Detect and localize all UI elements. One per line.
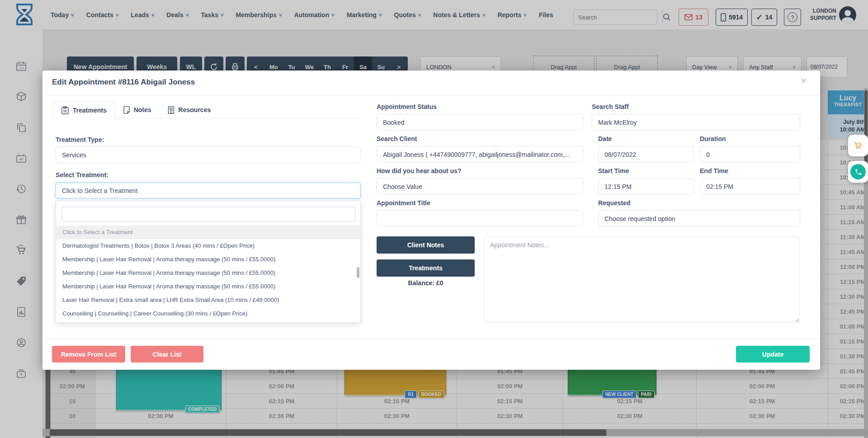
search-staff-input[interactable]: Mark McElroy	[592, 114, 800, 131]
tab-label: Treatments	[73, 107, 107, 114]
app-canvas: Today∨ Contacts∨ Leads∨ Deals∨ Tasks∨ Me…	[0, 0, 868, 438]
footer-divider	[42, 339, 820, 339]
note-icon	[123, 106, 130, 114]
phone-icon	[850, 164, 866, 179]
date-label: Date	[598, 135, 612, 142]
dropdown-scrollbar-thumb[interactable]	[357, 267, 359, 278]
clipboard-icon	[61, 106, 69, 114]
start-time-input[interactable]: 12:15 PM	[598, 178, 694, 195]
appointment-status-select[interactable]: Booked	[377, 114, 583, 131]
dropdown-search-input[interactable]	[62, 207, 355, 221]
hear-about-select[interactable]: Choose Value	[377, 178, 583, 195]
cart-icon	[853, 140, 863, 151]
remove-from-list-button[interactable]: Remove From List	[52, 346, 125, 363]
close-icon[interactable]: ×	[801, 76, 807, 86]
modal-title: Edit Appointment #8116 Abigail Joness	[52, 78, 195, 87]
treatment-option[interactable]: Membership | Laser Hair Removal | Aroma …	[56, 280, 360, 293]
treatment-options-list: Click to Select a TreatmentDermatologist…	[56, 226, 360, 320]
tab-treatments[interactable]: Treatments	[53, 102, 115, 119]
treatment-option[interactable]: Membership | Laser Hair Removal | Aroma …	[56, 266, 360, 280]
tab-label: Notes	[134, 106, 151, 113]
tab-notes[interactable]: Notes	[115, 101, 160, 118]
phone-widget[interactable]	[848, 161, 868, 183]
balance-text: Balance: £0	[377, 279, 475, 287]
header-divider	[42, 95, 820, 95]
treatment-option[interactable]: Laser Hair Removal | Extra small area | …	[56, 293, 360, 307]
duration-input[interactable]: 0	[700, 146, 800, 163]
treatment-option[interactable]: Membership | Laser Hair Removal | Aroma …	[56, 253, 360, 266]
start-time-label: Start Time	[598, 167, 629, 174]
end-time-label: End Time	[700, 167, 728, 174]
treatment-type-label: Treatment Type:	[56, 136, 104, 143]
treatments-button[interactable]: Treatments	[377, 259, 475, 277]
appointment-notes-textarea[interactable]	[484, 236, 800, 323]
edit-appointment-modal: Edit Appointment #8116 Abigail Joness × …	[42, 71, 820, 370]
update-button[interactable]: Update	[736, 346, 810, 363]
select-treatment-combobox[interactable]: Click to Select a Treatment	[56, 183, 361, 198]
tab-label: Resources	[179, 106, 211, 113]
building-icon	[168, 106, 175, 114]
select-treatment-label: Select Treatment:	[56, 171, 108, 179]
appointment-status-label: Appointment Status	[377, 103, 437, 110]
treatment-option[interactable]: Counselling | Counselling | Career Couns…	[56, 307, 360, 320]
requested-select[interactable]: Choose requested option	[598, 210, 800, 227]
treatment-option[interactable]: Dermatologist Treatments | Botox | Botox…	[56, 239, 360, 253]
treatment-type-select[interactable]: Services	[56, 146, 361, 163]
modal-tabs: Treatments Notes Resources	[53, 101, 359, 119]
treatment-dropdown: Click to Select a TreatmentDermatologist…	[56, 201, 361, 323]
appointment-title-label: Appointment Title	[377, 199, 430, 207]
tab-resources[interactable]: Resources	[160, 101, 219, 118]
cart-widget[interactable]	[848, 135, 868, 156]
clear-list-button[interactable]: Clear List	[131, 346, 203, 363]
end-time-input[interactable]: 02:15 PM	[700, 178, 800, 195]
requested-label: Requested	[598, 199, 631, 207]
duration-label: Duration	[700, 135, 726, 142]
treatment-option[interactable]: Click to Select a Treatment	[56, 226, 360, 239]
appointment-title-input[interactable]	[377, 210, 583, 227]
hear-about-label: How did you hear about us?	[377, 167, 461, 174]
search-client-input[interactable]: Abigail Joness ( +447490009777, abigailj…	[377, 146, 583, 163]
client-notes-button[interactable]: Client Notes	[377, 236, 475, 254]
search-client-label: Search Client	[377, 135, 417, 142]
search-staff-label: Search Staff	[592, 103, 629, 110]
date-input[interactable]: 08/07/2022	[598, 146, 694, 163]
